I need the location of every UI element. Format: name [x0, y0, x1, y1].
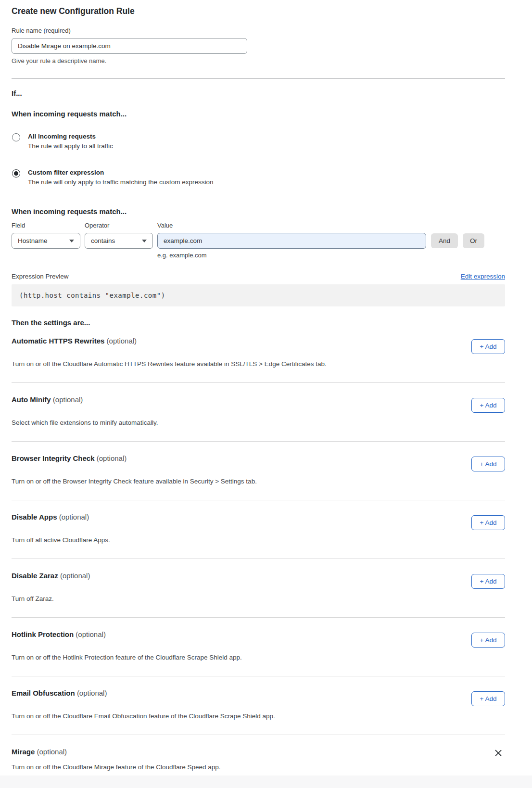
radio-custom-filter-label[interactable]: Custom filter expression	[28, 169, 213, 176]
match-heading: When incoming requests match...	[12, 110, 505, 118]
add-disable-zaraz-button[interactable]: + Add	[471, 574, 505, 589]
field-dropdown-value: Hostname	[18, 237, 48, 244]
add-disable-apps-button[interactable]: + Add	[471, 515, 505, 530]
setting-description: Turn on or off the Browser Integrity Che…	[12, 478, 505, 485]
radio-all-incoming-label[interactable]: All incoming requests	[28, 133, 113, 140]
then-settings-heading: Then the settings are...	[12, 318, 505, 327]
rule-name-input[interactable]	[12, 38, 247, 54]
add-auto-minify-button[interactable]: + Add	[471, 398, 505, 413]
close-icon[interactable]	[494, 749, 503, 757]
setting-description: Turn on or off the Cloudflare Mirage fea…	[12, 763, 505, 771]
optional-label: (optional)	[107, 337, 137, 345]
create-configuration-rule-form: Create new Configuration Rule Rule name …	[0, 0, 532, 788]
optional-label: (optional)	[37, 748, 67, 756]
setting-browser-integrity-check: Browser Integrity Check (optional) + Add…	[12, 442, 505, 500]
setting-description: Turn off all active Cloudflare Apps.	[12, 536, 505, 544]
setting-disable-zaraz: Disable Zaraz (optional) + Add Turn off …	[12, 559, 505, 618]
rule-name-helper: Give your rule a descriptive name.	[12, 57, 505, 64]
radio-all-incoming-description: The rule will apply to all traffic	[28, 142, 113, 150]
edit-expression-link[interactable]: Edit expression	[461, 273, 505, 280]
setting-title: Disable Apps	[12, 513, 57, 521]
value-helper: e.g. example.com	[157, 252, 505, 259]
add-browser-integrity-check-button[interactable]: + Add	[471, 457, 505, 471]
if-heading: If...	[12, 89, 505, 97]
footer-strip	[0, 775, 532, 788]
setting-title: Auto Minify	[12, 395, 51, 404]
field-dropdown[interactable]: Hostname	[12, 233, 80, 249]
setting-hotlink-protection: Hotlink Protection (optional) + Add Turn…	[12, 618, 505, 676]
setting-title: Hotlink Protection	[12, 630, 74, 638]
and-button[interactable]: And	[431, 233, 458, 248]
rule-name-label: Rule name (required)	[12, 27, 505, 34]
setting-description: Turn on or off the Cloudflare Automatic …	[12, 360, 505, 368]
expression-preview-box: (http.host contains "example.com")	[12, 284, 505, 306]
operator-label: Operator	[85, 222, 153, 229]
setting-description: Turn on or off the Cloudflare Email Obfu…	[12, 712, 505, 720]
operator-dropdown-value: contains	[91, 237, 115, 244]
setting-description: Turn on or off the Hotlink Protection fe…	[12, 654, 505, 661]
optional-label: (optional)	[60, 572, 90, 580]
field-label: Field	[12, 222, 80, 229]
filter-builder-row: Field Hostname Operator contains Value A…	[12, 222, 505, 249]
setting-automatic-https-rewrites: Automatic HTTPS Rewrites (optional) + Ad…	[12, 327, 505, 383]
add-email-obfuscation-button[interactable]: + Add	[471, 691, 505, 706]
setting-title: Email Obfuscation	[12, 689, 75, 697]
setting-title: Mirage	[12, 748, 35, 756]
section-divider	[12, 78, 505, 79]
radio-all-incoming-requests[interactable]: All incoming requests The rule will appl…	[12, 133, 505, 150]
radio-button-unselected[interactable]	[12, 133, 20, 141]
setting-title: Disable Zaraz	[12, 572, 58, 580]
setting-disable-apps: Disable Apps (optional) + Add Turn off a…	[12, 500, 505, 559]
value-input[interactable]	[157, 233, 426, 249]
setting-auto-minify: Auto Minify (optional) + Add Select whic…	[12, 383, 505, 442]
chevron-down-icon	[142, 240, 147, 242]
setting-title: Automatic HTTPS Rewrites	[12, 337, 104, 345]
add-hotlink-protection-button[interactable]: + Add	[471, 633, 505, 648]
setting-description: Turn off Zaraz.	[12, 595, 505, 602]
optional-label: (optional)	[97, 454, 127, 462]
add-automatic-https-rewrites-button[interactable]: + Add	[471, 339, 505, 354]
filter-match-heading: When incoming requests match...	[12, 207, 505, 216]
radio-button-selected[interactable]	[12, 169, 20, 178]
operator-dropdown[interactable]: contains	[85, 233, 153, 249]
setting-email-obfuscation: Email Obfuscation (optional) + Add Turn …	[12, 676, 505, 735]
chevron-down-icon	[69, 240, 74, 242]
expression-preview-label: Expression Preview	[12, 273, 69, 280]
value-label: Value	[157, 222, 426, 229]
optional-label: (optional)	[76, 630, 106, 638]
optional-label: (optional)	[77, 689, 107, 697]
setting-description: Select which file extensions to minify a…	[12, 419, 505, 426]
optional-label: (optional)	[59, 513, 89, 521]
or-button[interactable]: Or	[463, 233, 484, 248]
optional-label: (optional)	[53, 395, 83, 404]
page-title: Create new Configuration Rule	[12, 0, 505, 16]
radio-custom-filter-expression[interactable]: Custom filter expression The rule will o…	[12, 169, 505, 186]
radio-custom-filter-description: The rule will only apply to traffic matc…	[28, 178, 213, 186]
setting-title: Browser Integrity Check	[12, 454, 95, 462]
